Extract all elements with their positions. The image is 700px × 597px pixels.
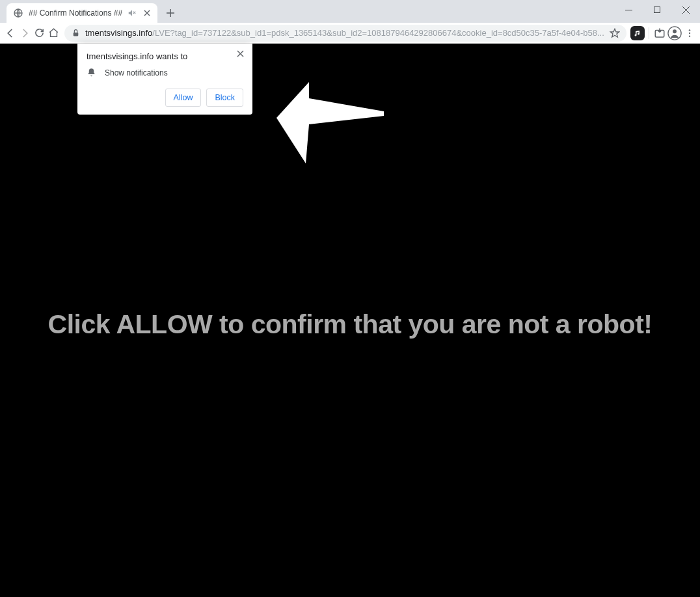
block-button[interactable]: Block (206, 89, 243, 107)
svg-point-17 (689, 32, 690, 33)
bookmark-star-icon[interactable] (608, 27, 621, 40)
url-text: tmentsvisings.info/LVE?tag_id=737122&sub… (85, 28, 604, 38)
install-pwa-icon[interactable] (653, 24, 666, 42)
close-window-button[interactable] (671, 0, 700, 20)
notification-permission-prompt: tmentsvisings.info wants to Show notific… (77, 44, 252, 115)
close-icon[interactable] (234, 48, 246, 59)
svg-marker-21 (276, 82, 384, 163)
new-tab-button[interactable] (161, 4, 180, 22)
browser-toolbar: tmentsvisings.info/LVE?tag_id=737122&sub… (0, 23, 700, 44)
forward-button (18, 24, 31, 42)
tab-title: ## Confirm Notifications ## (29, 8, 122, 18)
home-button[interactable] (47, 24, 61, 42)
allow-button[interactable]: Allow (165, 89, 202, 107)
browser-tab[interactable]: ## Confirm Notifications ## (7, 3, 157, 23)
arrow-graphic (273, 53, 390, 170)
page-headline: Click ALLOW to confirm that you are not … (0, 309, 700, 340)
url-host: tmentsvisings.info (85, 28, 152, 38)
toolbar-divider (649, 27, 649, 39)
page-content: tmentsvisings.info wants to Show notific… (0, 44, 700, 597)
notification-actions: Allow Block (87, 89, 243, 107)
extension-music-icon[interactable] (630, 24, 645, 42)
globe-icon (13, 8, 23, 18)
svg-point-18 (689, 35, 690, 36)
minimize-button[interactable] (614, 0, 643, 20)
window-controls (614, 0, 700, 20)
svg-rect-8 (654, 7, 660, 13)
svg-marker-12 (610, 29, 619, 37)
url-path: /LVE?tag_id=737122&sub_id1=pdsk_1365143&… (152, 28, 604, 38)
back-button[interactable] (4, 24, 17, 42)
maximize-button[interactable] (643, 0, 671, 20)
notification-origin-text: tmentsvisings.info wants to (87, 51, 243, 61)
notification-permission-row: Show notifications (87, 68, 243, 78)
svg-point-16 (689, 29, 690, 31)
svg-point-15 (673, 29, 677, 33)
profile-avatar-icon[interactable] (667, 24, 682, 42)
bell-icon (87, 68, 97, 78)
address-bar[interactable]: tmentsvisings.info/LVE?tag_id=737122&sub… (64, 25, 626, 42)
tabstrip: ## Confirm Notifications ## (0, 0, 180, 23)
lock-icon[interactable] (70, 27, 81, 39)
browser-titlebar: ## Confirm Notifications ## (0, 0, 700, 23)
reload-button[interactable] (33, 24, 46, 42)
close-tab-icon[interactable] (142, 8, 152, 18)
notification-permission-label: Show notifications (105, 68, 168, 77)
svg-rect-11 (73, 33, 78, 36)
kebab-menu-icon[interactable] (683, 24, 696, 42)
speaker-muted-icon[interactable] (128, 8, 137, 18)
